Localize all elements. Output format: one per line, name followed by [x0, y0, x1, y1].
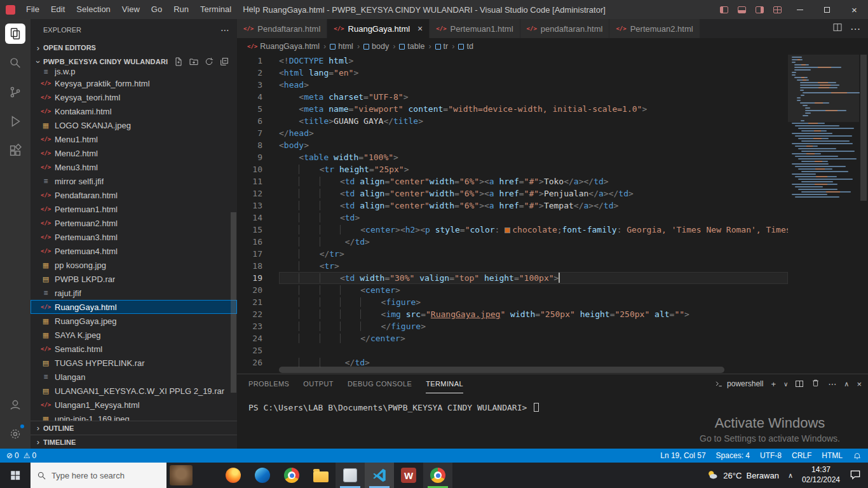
panel-tab-terminal[interactable]: TERMINAL	[426, 374, 463, 393]
file-item[interactable]: </>Sematic.html	[31, 342, 237, 356]
outline-section[interactable]: › OUTLINE	[31, 421, 237, 435]
editor-tab[interactable]: </>Pendaftaran.html	[237, 19, 327, 38]
menu-help[interactable]: Help	[237, 0, 266, 19]
collapse-folders-icon[interactable]	[219, 57, 229, 67]
taskbar-search[interactable]	[31, 463, 166, 488]
file-item[interactable]: </>Pendaftaran.html	[31, 188, 237, 202]
file-item[interactable]: </>Ulangan1_Keysya.html	[31, 398, 237, 412]
terminal-dropdown-icon[interactable]: ∨	[783, 381, 788, 388]
maximize-panel-icon[interactable]: ∧	[844, 380, 849, 388]
edge-icon[interactable]	[248, 463, 277, 488]
eol-sequence[interactable]: CRLF	[792, 451, 811, 460]
close-button[interactable]: ×	[841, 0, 868, 19]
editor-tab[interactable]: </>RuangGaya.html×	[327, 19, 430, 38]
shell-selector[interactable]: powershell	[714, 379, 763, 389]
breadcrumb-item[interactable]: td	[458, 42, 473, 51]
vscode-icon[interactable]	[365, 463, 394, 488]
file-item[interactable]: </>Kontakami.html	[31, 104, 237, 118]
toggle-sidebar-icon[interactable]	[715, 0, 733, 19]
editor-tab[interactable]: </>Pertemuan1.html	[430, 19, 520, 38]
file-item[interactable]: </>RuangGaya.html	[31, 300, 237, 314]
start-button[interactable]	[0, 463, 31, 488]
new-file-icon[interactable]	[173, 57, 184, 67]
activity-search-icon[interactable]	[0, 48, 31, 78]
breadcrumb-item[interactable]: body	[363, 42, 389, 51]
refresh-icon[interactable]	[204, 57, 214, 67]
menu-run[interactable]: Run	[168, 0, 194, 19]
menu-terminal[interactable]: Terminal	[194, 0, 237, 19]
toggle-secondary-sidebar-icon[interactable]	[750, 0, 768, 19]
timeline-section[interactable]: › TIMELINE	[31, 435, 237, 449]
file-item[interactable]: </>Keysya_praktik_form.html	[31, 76, 237, 90]
split-editor-icon[interactable]	[832, 22, 843, 35]
file-item[interactable]: </>Menu1.html	[31, 132, 237, 146]
kill-terminal-icon[interactable]	[811, 378, 820, 390]
toggle-panel-icon[interactable]	[733, 0, 750, 19]
file-item[interactable]: ▦LOGO SKANJA.jpeg	[31, 118, 237, 132]
breadcrumb-item[interactable]: html	[330, 42, 353, 51]
activity-source-control-icon[interactable]	[0, 78, 31, 107]
file-item[interactable]: ▦SAYA K.jpeg	[31, 328, 237, 342]
close-panel-icon[interactable]: ×	[857, 379, 862, 389]
weather-widget[interactable]: 26°C Berawan	[706, 469, 779, 482]
cursor-position[interactable]: Ln 19, Col 57	[660, 451, 705, 460]
file-item[interactable]: ▦pp kosong.jpg	[31, 258, 237, 272]
open-editors-section[interactable]: › OPEN EDITORS	[31, 41, 237, 55]
panel-tab-problems[interactable]: PROBLEMS	[248, 374, 289, 393]
file-item[interactable]: ≡Ulangan	[31, 370, 237, 384]
file-item[interactable]: ≡mirror selfi.jfif	[31, 174, 237, 188]
chrome-icon[interactable]	[423, 463, 452, 488]
file-item[interactable]: ≡rajut.jfif	[31, 286, 237, 300]
file-item[interactable]: </>Keysya_teori.html	[31, 90, 237, 104]
split-terminal-icon[interactable]	[796, 381, 803, 387]
moose-image-icon[interactable]	[166, 463, 196, 488]
code-editor[interactable]: 1234567891011121314151617181920212223242…	[237, 55, 868, 374]
file-item[interactable]: ≡js.w.p	[31, 69, 237, 76]
file-item[interactable]: ▤TUGAS HYPERLINK.rar	[31, 356, 237, 370]
notifications-bell-icon[interactable]	[853, 451, 862, 461]
file-item[interactable]: </>Pertemuan4.html	[31, 244, 237, 258]
restore-button[interactable]	[813, 0, 841, 19]
language-mode[interactable]: HTML	[822, 451, 843, 460]
file-item[interactable]: ▦RuangGaya.jpeg	[31, 314, 237, 328]
terminal[interactable]: PS C:\Users\LAB B\Documents\PWPB_KEYSYA …	[237, 393, 868, 449]
indentation[interactable]: Spaces: 4	[716, 451, 750, 460]
firefox-icon[interactable]	[219, 463, 248, 488]
action-center-icon[interactable]	[849, 468, 862, 483]
menu-go[interactable]: Go	[146, 0, 168, 19]
menu-selection[interactable]: Selection	[71, 0, 116, 19]
activity-manage-icon[interactable]	[0, 419, 31, 449]
activity-extensions-icon[interactable]	[0, 136, 31, 165]
hidden-icons-chevron[interactable]: ∧	[788, 471, 793, 480]
chrome-icon[interactable]	[277, 463, 306, 488]
new-folder-icon[interactable]	[189, 57, 199, 67]
activity-accounts-icon[interactable]	[0, 390, 31, 419]
search-input[interactable]	[51, 471, 160, 480]
customize-layout-icon[interactable]	[768, 0, 786, 19]
file-item[interactable]: ▤ULANGAN1_KEYSYA.C.W_XI PPLG 2_19.rar	[31, 384, 237, 398]
sidebar-scrollbar[interactable]	[231, 212, 236, 393]
menu-edit[interactable]: Edit	[45, 0, 71, 19]
new-terminal-icon[interactable]: +	[771, 379, 776, 389]
menu-view[interactable]: View	[116, 0, 146, 19]
breadcrumb-item[interactable]: tr	[435, 42, 449, 51]
panel-more-actions-icon[interactable]: ⋯	[828, 379, 836, 389]
problems-status[interactable]: ⊘ 0 ⚠ 0	[6, 451, 36, 460]
editor-tab[interactable]: </>Pertemuan2.html	[609, 19, 700, 38]
editor-tab[interactable]: </>pendaftaran.html	[520, 19, 610, 38]
file-item[interactable]: ▦upin-ipin-1_169.jpeg	[31, 412, 237, 421]
horizontal-scrollbar[interactable]	[279, 367, 785, 373]
vertical-scrollbar[interactable]	[859, 55, 868, 374]
file-item[interactable]: </>Pertemuan2.html	[31, 216, 237, 230]
taskbar-clock[interactable]: 14:37 02/12/2024	[802, 465, 840, 485]
explorer-more-actions-icon[interactable]: ⋯	[220, 25, 229, 35]
file-explorer-icon[interactable]	[306, 463, 336, 488]
editor-more-actions-icon[interactable]: ⋯	[850, 23, 860, 35]
close-tab-icon[interactable]: ×	[417, 24, 423, 34]
activity-explorer-icon[interactable]	[0, 19, 31, 48]
folder-header[interactable]: › PWPB_KEYSYA CINDY WULANDARI	[31, 55, 237, 69]
breadcrumb-item[interactable]: table	[399, 42, 424, 51]
photos-icon[interactable]	[336, 463, 365, 488]
file-item[interactable]: </>Pertemuan1.html	[31, 202, 237, 216]
panel-tab-output[interactable]: OUTPUT	[303, 374, 334, 393]
